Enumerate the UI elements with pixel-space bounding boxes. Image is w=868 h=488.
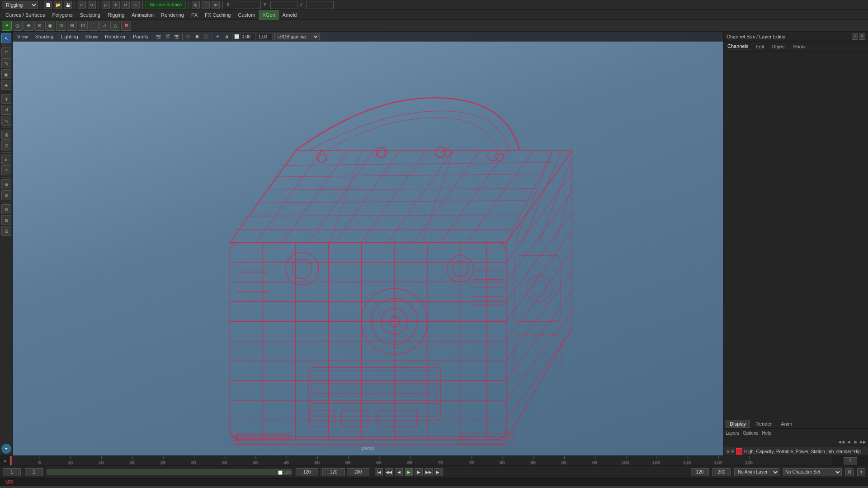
undo-icon[interactable]: ↩ (78, 1, 86, 9)
snap-curve-icon[interactable]: ⌒ (202, 1, 210, 9)
object-tab[interactable]: Object (769, 43, 788, 50)
z-input[interactable] (307, 1, 334, 9)
render-tab[interactable]: Render (752, 420, 775, 427)
vp-view-menu[interactable]: View (14, 33, 31, 40)
gamma-out-input[interactable] (257, 33, 273, 40)
layers-tool[interactable]: ≣ (1, 165, 11, 175)
vp-smooth-icon[interactable]: ⬢ (193, 33, 201, 40)
anim-tab[interactable]: Anim (777, 420, 796, 427)
snap-point-icon[interactable]: ⊕ (212, 1, 220, 9)
layer-back-icon[interactable]: ◀ (845, 439, 852, 445)
circle-tool[interactable]: ◈ (1, 80, 11, 90)
viewport[interactable]: View Shading Lighting Show Renderer Pane… (13, 32, 723, 455)
anim-layer-select[interactable]: No Anim Layer (734, 468, 779, 476)
menu-xgen[interactable]: XGen (259, 10, 278, 20)
vp-snapshot-icon[interactable]: 📸 (173, 33, 180, 40)
char-set-extra-icon[interactable]: ✦ (857, 468, 865, 476)
save-file-icon[interactable]: 💾 (64, 1, 72, 9)
mode-select[interactable]: Rigging (2, 1, 38, 9)
vp-renderer-menu[interactable]: Renderer (102, 33, 128, 40)
menu-fx-caching[interactable]: FX Caching (201, 10, 234, 20)
rotate-icon[interactable]: ↺ (122, 1, 130, 9)
sculpt-select-icon[interactable]: ✦ (2, 21, 12, 31)
go-end-button[interactable]: ▶| (434, 468, 443, 476)
layer-forward-icon[interactable]: ▶ (853, 439, 859, 445)
remove-tool[interactable]: ⊗ (1, 190, 11, 200)
gamma-select[interactable]: sRGB gamma (274, 33, 320, 40)
new-file-icon[interactable]: 📄 (44, 1, 52, 9)
total-frames-input[interactable] (712, 468, 731, 476)
vp-panels-menu[interactable]: Panels (130, 33, 151, 40)
vp-render-icon[interactable]: 🎬 (164, 33, 171, 40)
help-subtab[interactable]: Help (762, 431, 771, 436)
menu-arnold[interactable]: Arnold (279, 10, 301, 20)
vp-camera-icon[interactable]: 📷 (155, 33, 162, 40)
lasso-tool[interactable]: ⊏ (1, 47, 11, 57)
sculpt-brush1-icon[interactable]: ◎ (13, 21, 23, 31)
redo-icon[interactable]: ↪ (88, 1, 96, 9)
sculpt-brush4-icon[interactable]: ◉ (45, 21, 55, 31)
grid-tool[interactable]: ⊞ (1, 130, 11, 140)
play-button[interactable]: ▶ (405, 468, 413, 476)
options-subtab[interactable]: Options (743, 431, 758, 436)
scale-tool[interactable]: ⤡ (1, 116, 11, 126)
vp-shading-menu[interactable]: Shading (33, 33, 56, 40)
extra3-tool[interactable]: ⊡ (1, 226, 11, 236)
open-file-icon[interactable]: 📂 (54, 1, 62, 9)
layer-prev-icon[interactable]: ◀◀ (838, 439, 844, 445)
rect-tool[interactable]: ▣ (1, 69, 11, 79)
char-set-select[interactable]: No Character Set (783, 468, 842, 476)
end-frame-input[interactable] (347, 468, 369, 476)
menu-animation[interactable]: Animation (128, 10, 157, 20)
menu-polygons[interactable]: Polygons (48, 10, 76, 20)
sculpt-brush10-icon[interactable]: △ (110, 21, 120, 31)
vp-lighting1-icon[interactable]: ☀ (214, 33, 221, 40)
layer-color-swatch[interactable] (736, 448, 742, 455)
rotate-tool[interactable]: ↺ (1, 105, 11, 115)
timeline-frame-input[interactable] (844, 457, 857, 465)
paint-tool[interactable]: ✎ (1, 58, 11, 68)
layer-playback[interactable]: P (731, 449, 735, 454)
sculpt-brush7-icon[interactable]: ⊡ (78, 21, 88, 31)
layer-visibility[interactable]: V (726, 449, 730, 454)
sculpt-brush3-icon[interactable]: ⊗ (34, 21, 44, 31)
range-checkbox[interactable] (278, 470, 283, 475)
sculpt-brush9-icon[interactable]: ⊿ (99, 21, 109, 31)
menu-rendering[interactable]: Rendering (157, 10, 188, 20)
range-max-input[interactable] (296, 468, 318, 476)
layers-subtab[interactable]: Layers (726, 431, 739, 436)
extra1-tool[interactable]: ⊟ (1, 204, 11, 214)
snap-grid-icon[interactable]: ⊞ (192, 1, 200, 9)
move-tool[interactable]: ✛ (1, 94, 11, 104)
x-input[interactable] (234, 1, 261, 9)
select-icon[interactable]: ▷ (102, 1, 110, 9)
sculpt-brush8-icon[interactable]: ⋮ (89, 21, 99, 31)
show-tab[interactable]: Show (791, 43, 807, 50)
next-frame-button[interactable]: ▶ (415, 468, 423, 476)
vp-wireframe-icon[interactable]: ⬡ (184, 33, 192, 40)
fps-input[interactable] (691, 468, 709, 476)
start-frame-input[interactable] (3, 468, 21, 476)
range-bar[interactable]: 120 (47, 469, 292, 475)
panel-float-icon[interactable]: ⤢ (852, 33, 858, 40)
snap-tool[interactable]: ⊡ (1, 141, 11, 150)
scale-icon[interactable]: ⤡ (132, 1, 140, 9)
menu-fx[interactable]: FX (188, 10, 201, 20)
extra2-tool[interactable]: ⊠ (1, 215, 11, 225)
live-surface-button[interactable]: No Live Surface (146, 1, 186, 9)
display-tab[interactable]: Display (726, 420, 750, 428)
go-start-button[interactable]: |◀ (375, 468, 383, 476)
sculpt-brush2-icon[interactable]: ⊕ (24, 21, 33, 31)
vp-lighting-menu[interactable]: Lighting (58, 33, 81, 40)
move-icon[interactable]: ✛ (112, 1, 120, 9)
sculpt-special-icon[interactable]: ✖ (121, 21, 131, 31)
range-end-input[interactable] (322, 468, 345, 476)
step-back-button[interactable]: ◀◀ (385, 468, 393, 476)
sculpt-brush5-icon[interactable]: ⊙ (56, 21, 66, 31)
current-frame-input[interactable] (25, 468, 43, 476)
channels-tab[interactable]: Channels (726, 42, 750, 50)
vp-show-menu[interactable]: Show (83, 33, 101, 40)
timeline-ruler[interactable]: 5 10 15 20 25 30 35 40 45 50 55 60 65 70… (9, 456, 832, 466)
menu-rigging[interactable]: Rigging (104, 10, 128, 20)
xgen-sphere-icon[interactable]: ✦ (1, 444, 11, 454)
